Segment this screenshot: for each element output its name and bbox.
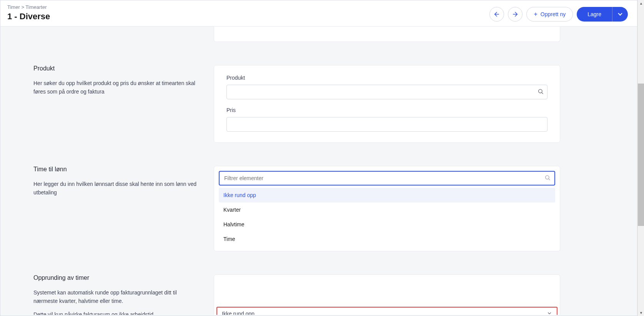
save-label: Lagre — [587, 11, 601, 17]
scrollbar-track[interactable] — [638, 7, 644, 309]
section-desc-rounding-1: Systemet kan automatisk runde opp faktur… — [33, 288, 198, 306]
plus-icon: + — [534, 11, 537, 18]
prev-button[interactable] — [489, 7, 504, 22]
product-input[interactable] — [226, 85, 547, 99]
create-button[interactable]: + Opprett ny — [526, 7, 573, 22]
option-kvarter[interactable]: Kvarter — [219, 202, 555, 217]
section-title-product: Produkt — [33, 65, 198, 72]
product-field-label: Produkt — [226, 75, 547, 81]
page-title: 1 - Diverse — [7, 12, 50, 22]
scrollbar-thumb[interactable] — [638, 84, 644, 226]
breadcrumb-a[interactable]: Timer — [7, 4, 20, 10]
arrow-right-icon — [512, 11, 519, 18]
scroll-down-button[interactable]: ▼ — [638, 309, 644, 316]
save-dropdown-button[interactable] — [612, 7, 628, 22]
rounding-selected-label: Ikke rund opp — [222, 311, 255, 315]
rounding-card: Ikke rund opp — [214, 274, 560, 315]
chevron-down-icon — [547, 311, 552, 315]
search-icon — [544, 175, 551, 182]
breadcrumb-sep: > — [21, 4, 24, 10]
previous-card-bottom — [214, 27, 560, 42]
breadcrumb: Timer > Timearter — [7, 4, 50, 10]
section-title-wage: Time til lønn — [33, 166, 198, 173]
scroll-up-button[interactable]: ▲ — [638, 0, 644, 7]
section-desc-rounding-2: Dette vil kun påvirke fakturasum og ikke… — [33, 310, 198, 315]
save-button[interactable]: Lagre — [577, 7, 612, 22]
section-desc-wage: Her legger du inn hvilken lønnsart disse… — [33, 180, 198, 197]
next-button[interactable] — [508, 7, 523, 22]
chevron-down-icon — [618, 11, 622, 15]
rounding-select[interactable]: Ikke rund opp — [216, 307, 557, 315]
option-list: Ikke rund opp Kvarter Halvtime Time — [219, 188, 555, 246]
product-card: Produkt Pris — [214, 65, 560, 143]
option-halvtime[interactable]: Halvtime — [219, 217, 555, 232]
wage-card: Ikke rund opp Kvarter Halvtime Time — [214, 166, 560, 251]
svg-line-5 — [549, 179, 550, 180]
breadcrumb-b[interactable]: Timearter — [25, 4, 47, 10]
svg-point-4 — [546, 176, 549, 179]
price-field-label: Pris — [226, 107, 547, 113]
arrow-left-icon — [493, 11, 500, 18]
create-label: Opprett ny — [541, 11, 566, 17]
section-desc-product: Her søker du opp hvilket produkt og pris… — [33, 79, 198, 96]
option-ikke-rund-opp[interactable]: Ikke rund opp — [219, 188, 555, 202]
scrollbar[interactable]: ▲ ▼ — [637, 0, 644, 316]
option-time[interactable]: Time — [219, 232, 555, 246]
price-input[interactable] — [226, 117, 547, 132]
section-title-rounding: Opprunding av timer — [33, 274, 198, 281]
filter-input[interactable] — [219, 171, 555, 186]
